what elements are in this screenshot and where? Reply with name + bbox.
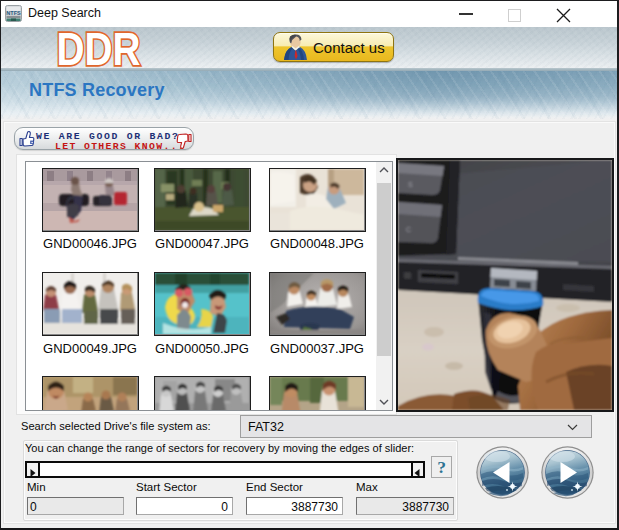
svg-text:DDR: DDR	[57, 24, 141, 70]
svg-text:NTFS: NTFS	[6, 10, 21, 16]
